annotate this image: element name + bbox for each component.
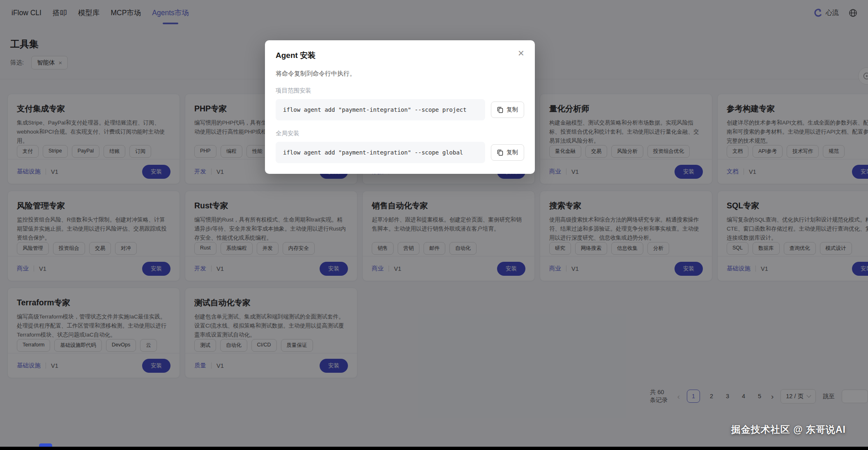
agent-install-dialog: Agent 安装 × 将命令复制到命令行中执行。 项目范围安装 iflow ag… xyxy=(265,40,535,174)
copy-icon xyxy=(497,106,503,113)
copy-label: 复制 xyxy=(507,106,518,113)
global-scope-command-row: iflow agent add "payment-integration" --… xyxy=(276,142,524,163)
copy-icon xyxy=(497,149,503,156)
copy-button-project[interactable]: 复制 xyxy=(491,102,524,118)
dialog-header: Agent 安装 × xyxy=(276,50,524,61)
dialog-title: Agent 安装 xyxy=(276,50,315,61)
close-icon[interactable]: × xyxy=(518,49,524,57)
agents-market-page: iFlow CLI搭叩模型库MCP市场Agents市场 心流 工具集 筛选: 智… xyxy=(0,0,868,450)
global-scope-section-label: 全局安装 xyxy=(276,129,524,137)
project-scope-command: iflow agent add "payment-integration" --… xyxy=(276,99,485,120)
project-scope-command-row: iflow agent add "payment-integration" --… xyxy=(276,99,524,120)
global-scope-command: iflow agent add "payment-integration" --… xyxy=(276,142,485,163)
copy-label: 复制 xyxy=(507,149,518,156)
bottom-black-bar xyxy=(0,447,868,450)
watermark: 掘金技术社区 @ 东哥说AI xyxy=(731,423,846,436)
copy-button-global[interactable]: 复制 xyxy=(491,144,524,161)
dialog-description: 将命令复制到命令行中执行。 xyxy=(276,70,524,78)
project-scope-section-label: 项目范围安装 xyxy=(276,87,524,95)
